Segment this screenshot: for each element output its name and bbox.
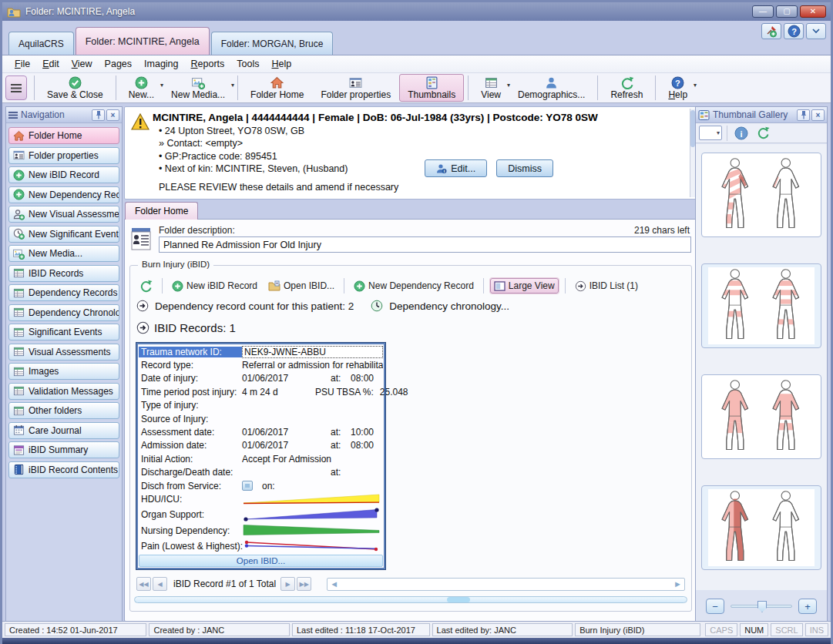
info-icon[interactable]: i	[732, 126, 751, 141]
application-window: Folder: MCINTIRE, Angela — ▢ ✕ ? AquilaC…	[0, 0, 833, 644]
pin-icon[interactable]	[92, 109, 105, 121]
large-view-toggle[interactable]: Large View	[490, 278, 559, 293]
ibid-list-button[interactable]: IBID List (1)	[572, 279, 641, 293]
menu-view[interactable]: View	[65, 57, 99, 71]
menu-reports[interactable]: Reports	[185, 57, 231, 71]
sidebar-item-new-media[interactable]: New Media...	[8, 245, 119, 262]
sidebar-item-validation-messages[interactable]: Validation Messages	[8, 383, 119, 400]
zoom-slider[interactable]	[731, 605, 792, 608]
arrow-circle-icon	[136, 300, 149, 312]
toolbar-new-media-button[interactable]: New Media...▾	[163, 74, 233, 102]
maximize-button[interactable]: ▢	[776, 5, 798, 18]
record-field-value: at:	[242, 467, 383, 478]
chevron-down-icon[interactable]	[806, 23, 826, 39]
patient-summary-line: MCINTIRE, Angela | 4444444444 | Female |…	[153, 112, 688, 123]
menu-file[interactable]: File	[8, 57, 36, 71]
refresh-icon[interactable]	[754, 126, 772, 141]
hamburger-menu-button[interactable]	[5, 75, 27, 100]
navigation-panel: Navigation × Folder HomeFolder propertie…	[5, 106, 123, 622]
zoom-out-button[interactable]: −	[706, 599, 724, 614]
sidebar-item-folder-home[interactable]: Folder Home	[8, 127, 119, 144]
record-chart-hdu: HDU/ICU:	[139, 492, 383, 505]
toolbar-demographics-button[interactable]: Demographics...	[509, 74, 593, 102]
pin-add-button[interactable]	[761, 23, 781, 39]
open-ibid-card-button[interactable]: Open IBID...	[139, 555, 383, 567]
menu-imaging[interactable]: Imaging	[138, 57, 184, 71]
edit-button[interactable]: i Edit...	[425, 159, 487, 177]
refresh-icon[interactable]	[136, 278, 156, 294]
sidebar-item-ibid-records[interactable]: IBID Records	[8, 265, 119, 282]
tab-folder-mcintire[interactable]: Folder: MCINTIRE, Angela	[76, 27, 210, 55]
body-map-thumbnail-4[interactable]	[701, 485, 821, 570]
svg-text:?: ?	[675, 78, 680, 87]
horizontal-scrollbar[interactable]: ◄►	[327, 578, 685, 591]
zoom-slider-thumb[interactable]	[757, 601, 767, 612]
open-ibid-button[interactable]: Open IBID...	[265, 279, 338, 293]
record-row: Date of injury:01/06/2017at:08:00	[139, 372, 383, 385]
zoom-in-button[interactable]: +	[798, 599, 817, 614]
sidebar-item-visual-assessments[interactable]: Visual Assessments	[8, 344, 119, 361]
record-row: Record type:Referral or admission for re…	[139, 358, 383, 371]
view-mode-dropdown[interactable]: ▾	[699, 126, 722, 140]
menu-edit[interactable]: Edit	[36, 57, 65, 71]
sidebar-item-new-dependency-record[interactable]: New Dependency Record	[8, 186, 119, 203]
toolbar-folder-properties-button[interactable]: Folder properties	[312, 74, 399, 102]
sidebar-item-ibid-record-contents[interactable]: iBID Record Contents	[8, 461, 119, 478]
ibid-record-card[interactable]: Trauma network ID:NEK9-JWNE-ABBURecord t…	[136, 343, 385, 569]
menu-tools[interactable]: Tools	[230, 57, 265, 71]
toolbar-view-button[interactable]: View▾	[472, 74, 509, 102]
media-plus-icon	[192, 75, 205, 89]
help-quick-button[interactable]: ?	[784, 23, 804, 39]
pin-icon[interactable]	[797, 109, 810, 121]
record-row: Disch from Service:on:	[139, 479, 383, 492]
first-record-button[interactable]: ◀◀	[136, 577, 151, 591]
sidebar-item-new-visual-assessment[interactable]: New Visual Assessment	[8, 206, 119, 223]
sidebar-item-care-journal[interactable]: Care Journal	[8, 422, 119, 439]
banner-scrollbar[interactable]	[690, 109, 695, 197]
disch-from-service-checkbox[interactable]	[242, 481, 253, 491]
body-map-thumbnail-2[interactable]	[701, 263, 821, 348]
sidebar-item-images[interactable]: Images	[8, 363, 119, 380]
record-field-label: Organ Support:	[139, 509, 242, 520]
body-map-thumbnail-1[interactable]	[701, 153, 821, 237]
menu-pages[interactable]: Pages	[99, 57, 138, 71]
toolbar-folder-home-button[interactable]: Folder Home	[242, 74, 312, 102]
minimize-button[interactable]: —	[752, 5, 774, 18]
window-bottom-edge	[2, 638, 831, 644]
new-dependency-record-button[interactable]: New Dependency Record	[351, 279, 477, 293]
sidebar-item-dependency-chronology[interactable]: Dependency Chronology	[8, 304, 119, 321]
last-record-button[interactable]: ▶▶	[297, 577, 311, 591]
dependency-chronology-link[interactable]: Dependency chronology...	[389, 300, 509, 312]
sidebar-item-significant-events[interactable]: Significant Events	[8, 324, 119, 340]
new-ibid-record-button[interactable]: New iBID Record	[169, 279, 260, 293]
close-icon[interactable]: ×	[106, 109, 119, 121]
toolbar-save-close-button[interactable]: Save & Close	[39, 74, 112, 102]
sidebar-item-new-significant-event[interactable]: New Significant Event	[8, 226, 119, 243]
sidebar-item-folder-properties[interactable]: Folder properties	[8, 147, 119, 164]
patient-address: • 24 Upton Street, YO78 0SW, GB	[159, 126, 688, 136]
dismiss-button[interactable]: Dismiss	[496, 159, 553, 177]
review-notice: PLEASE REVIEW these details and amend if…	[159, 182, 688, 193]
sidebar-item-new-ibid-record[interactable]: New iBID Record	[8, 166, 119, 183]
sidebar-item-other-folders[interactable]: Other folders	[8, 402, 119, 419]
dropdown-arrow-icon[interactable]: ▾	[694, 82, 697, 89]
record-row: Source of Injury:	[139, 412, 383, 425]
menu-help[interactable]: Help	[266, 57, 298, 71]
close-icon[interactable]: ×	[811, 109, 825, 121]
prev-record-button[interactable]: ◀	[153, 577, 167, 591]
close-button[interactable]: ✕	[800, 5, 826, 18]
toolbar-thumbnails-button[interactable]: Thumbnails	[399, 74, 464, 102]
tab-aquilacrs[interactable]: AquilaCRS	[8, 32, 74, 55]
folder-description-input[interactable]	[159, 236, 691, 253]
sidebar-item-dependency-records[interactable]: Dependency Records	[8, 284, 119, 301]
toolbar-refresh-button[interactable]: Refresh	[602, 74, 651, 102]
toolbar-help-button[interactable]: ?Help▾	[660, 74, 696, 102]
body-map-thumbnail-3[interactable]	[701, 374, 821, 459]
sidebar-item-ibid-summary[interactable]: iBID Summary	[8, 441, 119, 458]
dropdown-arrow-icon[interactable]: ▾	[231, 82, 234, 89]
next-record-button[interactable]: ▶	[280, 577, 295, 591]
tab-folder-home[interactable]: Folder Home	[125, 202, 198, 220]
tab-folder-morgan[interactable]: Folder: MORGAN, Bruce	[211, 32, 334, 55]
record-slider[interactable]	[134, 596, 687, 603]
toolbar-new-button[interactable]: New...▾	[120, 74, 163, 102]
